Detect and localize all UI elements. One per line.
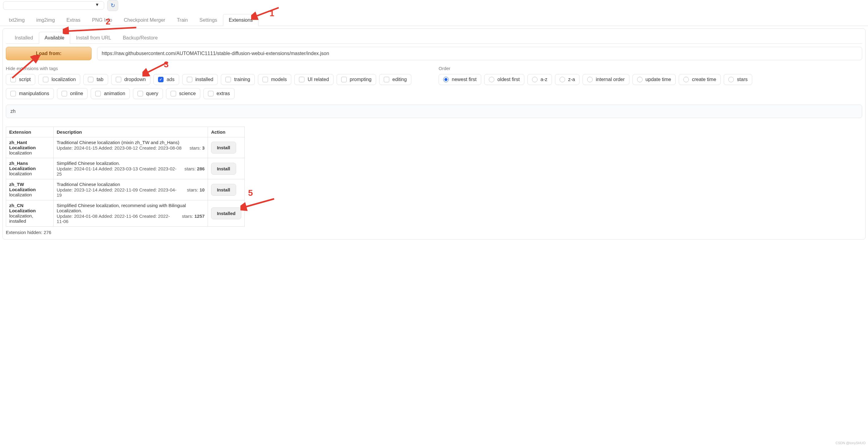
tab-txt2img[interactable]: txt2img [3, 14, 31, 26]
order-stars[interactable]: stars [724, 74, 752, 85]
checkbox-icon [187, 77, 192, 82]
filter-training[interactable]: training [221, 74, 254, 85]
order-label: update time [646, 77, 671, 82]
filter-editing[interactable]: editing [379, 74, 411, 85]
tab-pnginfo[interactable]: PNG Info [86, 14, 118, 26]
radio-icon [587, 77, 593, 82]
order-za[interactable]: z-a [555, 74, 580, 85]
table-row: zh_TW LocalizationlocalizationTraditiona… [6, 179, 245, 200]
extensions-table: Extension Description Action zh_Hant Loc… [6, 127, 245, 227]
ext-meta: Update: 2023-12-14 Added: 2022-11-09 Cre… [57, 187, 182, 198]
install-button[interactable]: Install [211, 184, 236, 196]
checkbox-icon [170, 91, 176, 96]
order-label: internal order [596, 77, 624, 82]
order-az[interactable]: a-z [527, 74, 552, 85]
filter-label: query [146, 91, 158, 96]
tab-train[interactable]: Train [171, 14, 193, 26]
ext-stars: stars: 286 [184, 166, 205, 176]
tab-extras[interactable]: Extras [61, 14, 86, 26]
filter-query[interactable]: query [133, 88, 163, 99]
table-header-row: Extension Description Action [6, 127, 245, 137]
subtab-available[interactable]: Available [39, 32, 70, 44]
filter-localization[interactable]: localization [38, 74, 80, 85]
table-row: zh_Hant LocalizationlocalizationTraditio… [6, 137, 245, 158]
filter-label: UI related [308, 77, 329, 82]
filter-label: online [70, 91, 83, 96]
radio-icon [560, 77, 565, 82]
filter-ads[interactable]: ads [153, 74, 179, 85]
sub-tabs: InstalledAvailableInstall from URLBackup… [6, 32, 862, 44]
col-extension: Extension [6, 127, 54, 137]
filter-extras[interactable]: extras [204, 88, 235, 99]
ext-desc-cell: Simplified Chinese localization.Update: … [54, 158, 208, 179]
filter-label: training [234, 77, 250, 82]
filter-dropdown[interactable]: dropdown [111, 74, 150, 85]
installed-button[interactable]: Installed [211, 207, 241, 219]
filter-animation[interactable]: animation [91, 88, 129, 99]
order-label: create time [692, 77, 716, 82]
ext-action-cell: Installed [208, 200, 245, 227]
hidden-count: Extension hidden: 276 [6, 230, 862, 235]
ext-description: Simplified Chinese localization. [57, 161, 205, 166]
tab-checkpoint-merger[interactable]: Checkpoint Merger [118, 14, 171, 26]
filter-label: science [179, 91, 196, 96]
ext-tags: localization [9, 192, 50, 197]
ext-meta: Update: 2024-01-14 Added: 2023-03-13 Cre… [57, 166, 179, 176]
filter-science[interactable]: science [166, 88, 200, 99]
filter-script[interactable]: script [6, 74, 35, 85]
radio-icon [532, 77, 537, 82]
filter-ui-related[interactable]: UI related [294, 74, 333, 85]
tag-filter-group: scriptlocalizationtabdropdownadsinstalle… [6, 74, 429, 99]
filter-installed[interactable]: installed [182, 74, 218, 85]
ext-meta: Update: 2024-01-15 Added: 2023-08-12 Cre… [57, 145, 184, 150]
tab-img2img[interactable]: img2img [31, 14, 61, 26]
filter-online[interactable]: online [57, 88, 88, 99]
order-radio-group: newest firstoldest firsta-zz-ainternal o… [439, 74, 862, 85]
radio-icon [728, 77, 734, 82]
extensions-panel: InstalledAvailableInstall from URLBackup… [2, 29, 866, 240]
filter-label: extras [217, 91, 230, 96]
filter-label: tab [96, 77, 103, 82]
filter-tab[interactable]: tab [83, 74, 108, 85]
checkbox-icon [88, 77, 93, 82]
ext-stars: stars: 1257 [182, 213, 205, 224]
order-label: stars [737, 77, 748, 82]
ext-name-cell: zh_Hans Localizationlocalization [6, 158, 54, 179]
subtab-install-url[interactable]: Install from URL [70, 32, 117, 44]
order-label: Order [439, 66, 862, 71]
ext-tags: localization, installed [9, 213, 50, 224]
ext-name-cell: zh_TW Localizationlocalization [6, 179, 54, 200]
table-row: zh_CN Localizationlocalization, installe… [6, 200, 245, 227]
order-oldest[interactable]: oldest first [484, 74, 524, 85]
filter-prompting[interactable]: prompting [337, 74, 376, 85]
order-update-time[interactable]: update time [632, 74, 676, 85]
filter-label: editing [392, 77, 407, 82]
load-from-button[interactable]: Load from: [6, 47, 92, 60]
ext-action-cell: Install [208, 137, 245, 158]
table-row: zh_Hans LocalizationlocalizationSimplifi… [6, 158, 245, 179]
filter-label: script [19, 77, 31, 82]
filter-label: manipulations [19, 91, 49, 96]
tab-settings[interactable]: Settings [193, 14, 223, 26]
subtab-installed[interactable]: Installed [9, 32, 39, 44]
filter-manipulations[interactable]: manipulations [6, 88, 54, 99]
install-button[interactable]: Install [211, 163, 236, 175]
model-dropdown[interactable]: ▼ [3, 1, 104, 10]
filter-models[interactable]: models [258, 74, 291, 85]
tab-extensions[interactable]: Extensions [223, 14, 258, 26]
install-button[interactable]: Install [211, 142, 236, 153]
checkbox-icon [116, 77, 121, 82]
order-label: z-a [568, 77, 575, 82]
refresh-button[interactable]: ↻ [107, 0, 118, 11]
col-action: Action [208, 127, 245, 137]
search-input[interactable] [6, 105, 862, 118]
refresh-icon: ↻ [111, 2, 115, 9]
order-newest[interactable]: newest first [439, 74, 481, 85]
index-url-input[interactable] [97, 47, 862, 60]
filter-label: installed [195, 77, 214, 82]
order-internal[interactable]: internal order [583, 74, 629, 85]
radio-icon [489, 77, 494, 82]
order-create-time[interactable]: create time [679, 74, 721, 85]
ext-desc-cell: Simplified Chinese localization, recomme… [54, 200, 208, 227]
subtab-backup-restore[interactable]: Backup/Restore [117, 32, 163, 44]
